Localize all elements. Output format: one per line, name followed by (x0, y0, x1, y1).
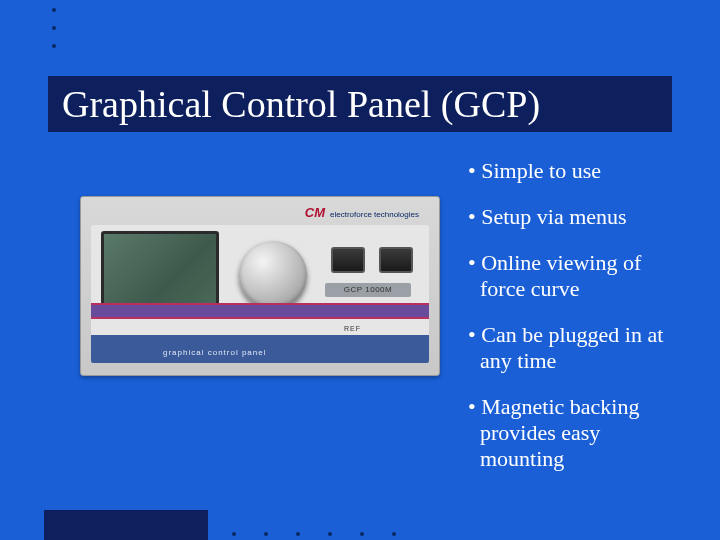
decoration-bottom-block (44, 510, 208, 540)
content-row: CM electroforce technologies GCP 1000M g… (80, 158, 680, 492)
bullet-item: Simple to use (468, 158, 680, 184)
page-title: Graphical Control Panel (GCP) (62, 82, 540, 126)
decoration-dots-top (52, 8, 56, 62)
device-face: GCP 1000M graphical control panel REF (91, 225, 429, 363)
title-bar: Graphical Control Panel (GCP) (48, 76, 672, 132)
device-button-1 (331, 247, 365, 273)
bullet-item: Can be plugged in at any time (468, 322, 680, 374)
decoration-dots-bottom (232, 532, 396, 536)
bullet-item: Online viewing of force curve (468, 250, 680, 302)
device-brand: CM electroforce technologies (303, 205, 419, 220)
device-knob (239, 241, 307, 309)
bullet-item: Setup via menus (468, 204, 680, 230)
bullet-item: Magnetic backing provides easy mounting (468, 394, 680, 472)
device-ref-label: REF (342, 325, 363, 332)
device-model-label: GCP 1000M (325, 283, 411, 297)
device-button-2 (379, 247, 413, 273)
device-stripe (91, 303, 429, 319)
device-footer-text: graphical control panel (163, 348, 267, 357)
device-footer: graphical control panel REF (91, 335, 429, 363)
device-brand-mark: CM (305, 205, 325, 220)
bullet-list: Simple to use Setup via menus Online vie… (468, 158, 680, 492)
device-brand-sub: electroforce technologies (330, 210, 419, 219)
device-photo: CM electroforce technologies GCP 1000M g… (80, 196, 440, 376)
